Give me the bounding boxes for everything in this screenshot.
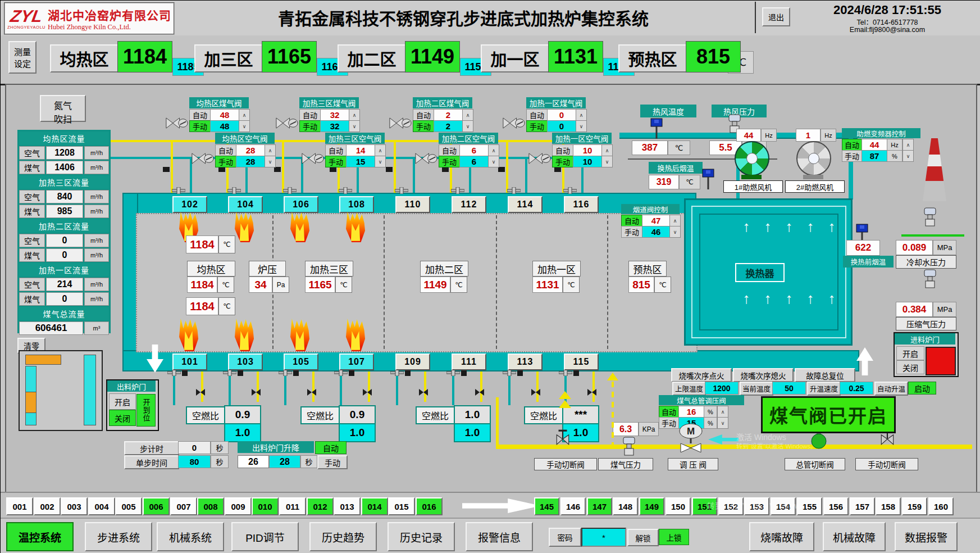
burner-chip[interactable]: 002 bbox=[34, 497, 61, 515]
spinner-down-icon[interactable]: ∨ bbox=[601, 156, 613, 167]
valve-manual-button[interactable]: 手动 bbox=[299, 120, 321, 132]
burner-box-bottom[interactable]: 101 bbox=[172, 353, 207, 370]
burner-box-top[interactable]: 110 bbox=[395, 196, 430, 213]
valve-manual-value[interactable]: 48 bbox=[210, 120, 239, 132]
valve-auto-button[interactable]: 自动 bbox=[189, 109, 211, 121]
valve-manual-value[interactable]: 15 bbox=[346, 156, 375, 167]
spinner-down-icon[interactable]: ∨ bbox=[717, 417, 728, 429]
burner-box-bottom[interactable]: 109 bbox=[395, 353, 430, 370]
air-fuel-ratio-sv[interactable]: 1.0 bbox=[224, 423, 261, 442]
password-input[interactable]: * bbox=[581, 528, 626, 547]
valve-manual-button[interactable]: 手动 bbox=[526, 120, 548, 132]
flue-auto-button[interactable]: 自动 bbox=[621, 215, 642, 226]
burner-chip[interactable]: 013 bbox=[334, 497, 361, 515]
extinguish-sequence-button[interactable]: 烧嘴次序熄火 bbox=[733, 368, 794, 382]
burner-chip[interactable]: 005 bbox=[115, 497, 142, 515]
valve-auto-button[interactable]: 自动 bbox=[526, 109, 548, 121]
tab-历史趋势[interactable]: 历史趋势 bbox=[309, 522, 377, 551]
burner-box-top[interactable]: 116 bbox=[564, 196, 599, 213]
step-row-value[interactable]: 80 bbox=[178, 455, 211, 468]
valve-auto-button[interactable]: 自动 bbox=[325, 144, 347, 156]
auto-heat-button[interactable]: 自动升温 bbox=[874, 382, 908, 396]
burner-chip[interactable]: 014 bbox=[361, 497, 388, 515]
burner-chip[interactable]: 016 bbox=[416, 497, 443, 515]
air-fuel-ratio-sv[interactable]: 1.0 bbox=[339, 423, 376, 442]
door-lift-time2[interactable]: 28 bbox=[269, 455, 300, 468]
start-button[interactable]: 启动 bbox=[908, 382, 936, 395]
spinner-up-icon[interactable]: ∧ bbox=[265, 144, 276, 156]
spinner-up-icon[interactable]: ∧ bbox=[669, 215, 681, 226]
tab-温控系统[interactable]: 温控系统 bbox=[6, 522, 74, 551]
spinner-down-icon[interactable]: ∨ bbox=[349, 120, 360, 132]
burner-chip[interactable]: 151 bbox=[692, 497, 717, 515]
alarm-button[interactable]: 数据报警 bbox=[895, 522, 958, 551]
burner-chip[interactable]: 148 bbox=[613, 497, 638, 515]
program-field-value[interactable]: 50 bbox=[772, 382, 806, 395]
burner-chip[interactable]: 160 bbox=[928, 497, 954, 515]
burner-chip[interactable]: 158 bbox=[876, 497, 901, 515]
spinner-down-icon[interactable]: ∨ bbox=[375, 156, 386, 167]
valve-auto-button[interactable]: 自动 bbox=[215, 144, 236, 156]
valve-auto-button[interactable]: 自动 bbox=[439, 144, 460, 156]
alarm-button[interactable]: 烧嘴故障 bbox=[749, 522, 814, 551]
inverter-auto-button[interactable]: 自动 bbox=[842, 139, 862, 151]
burner-chip[interactable]: 154 bbox=[771, 497, 796, 515]
burner-box-bottom[interactable]: 105 bbox=[284, 353, 318, 370]
burner-chip[interactable]: 007 bbox=[170, 497, 197, 515]
burner-chip[interactable]: 011 bbox=[279, 497, 306, 515]
program-field-value[interactable]: 0.25 bbox=[840, 382, 873, 395]
valve-manual-value[interactable]: 32 bbox=[320, 120, 349, 132]
burner-chip[interactable]: 159 bbox=[902, 497, 927, 515]
fault-reset-button[interactable]: 故障总复位 bbox=[795, 368, 855, 382]
burner-chip[interactable]: 157 bbox=[850, 497, 875, 515]
burner-box-bottom[interactable]: 113 bbox=[508, 353, 543, 370]
discharge-door-open-button[interactable]: 开启 bbox=[109, 393, 136, 410]
tab-历史记录[interactable]: 历史记录 bbox=[388, 522, 455, 551]
tab-步进系统[interactable]: 步进系统 bbox=[85, 522, 152, 551]
burner-chip[interactable]: 009 bbox=[225, 497, 252, 515]
program-field-value[interactable]: 1200 bbox=[705, 382, 739, 395]
valve-auto-button[interactable]: 自动 bbox=[299, 109, 321, 121]
spinner-down-icon[interactable]: ∨ bbox=[902, 150, 914, 162]
lock-button[interactable]: 上锁 bbox=[659, 529, 689, 545]
burner-chip[interactable]: 145 bbox=[534, 497, 559, 515]
inverter-manual-value[interactable]: 87 bbox=[862, 150, 887, 162]
valve-manual-button[interactable]: 手动 bbox=[215, 156, 236, 167]
nitrogen-purge-button[interactable]: 氮气吹扫 bbox=[40, 95, 86, 122]
regulator-auto-button[interactable]: 自动 bbox=[659, 406, 679, 418]
burner-chip[interactable]: 152 bbox=[718, 497, 744, 515]
burner-chip[interactable]: 012 bbox=[307, 497, 334, 515]
burner-box-bottom[interactable]: 115 bbox=[564, 353, 599, 370]
regulator-manual-button[interactable]: 手动 bbox=[659, 417, 679, 429]
valve-manual-value[interactable]: 6 bbox=[459, 156, 489, 167]
burner-box-top[interactable]: 102 bbox=[172, 196, 207, 213]
air-fuel-ratio-sv[interactable]: 1.0 bbox=[454, 423, 491, 442]
feed-door-close-button[interactable]: 关闭 bbox=[896, 360, 924, 374]
tab-PID调节[interactable]: PID调节 bbox=[231, 522, 299, 551]
burner-box-bottom[interactable]: 103 bbox=[228, 353, 263, 370]
spinner-up-icon[interactable]: ∧ bbox=[488, 144, 499, 156]
valve-manual-value[interactable]: 10 bbox=[573, 156, 602, 167]
burner-box-top[interactable]: 114 bbox=[508, 196, 543, 213]
burner-chip[interactable]: 147 bbox=[587, 497, 612, 515]
valve-manual-button[interactable]: 手动 bbox=[189, 120, 211, 132]
tab-机械系统[interactable]: 机械系统 bbox=[157, 522, 224, 551]
burner-chip[interactable]: 008 bbox=[197, 497, 224, 515]
valve-manual-button[interactable]: 手动 bbox=[413, 120, 434, 132]
spinner-up-icon[interactable]: ∧ bbox=[349, 109, 360, 121]
spinner-down-icon[interactable]: ∨ bbox=[488, 156, 499, 167]
burner-chip[interactable]: 001 bbox=[6, 497, 33, 515]
valve-manual-value[interactable]: 0 bbox=[547, 120, 576, 132]
burner-chip[interactable]: 003 bbox=[61, 497, 88, 515]
burner-box-bottom[interactable]: 107 bbox=[339, 353, 374, 370]
discharge-door-close-button[interactable]: 关闭 bbox=[109, 410, 136, 426]
burner-box-top[interactable]: 104 bbox=[228, 196, 263, 213]
valve-manual-value[interactable]: 2 bbox=[434, 120, 463, 132]
ignite-sequence-button[interactable]: 烧嘴次序点火 bbox=[671, 368, 732, 382]
spinner-down-icon[interactable]: ∨ bbox=[669, 226, 681, 238]
spinner-down-icon[interactable]: ∨ bbox=[239, 120, 250, 132]
burner-chip[interactable]: 146 bbox=[560, 497, 586, 515]
burner-chip[interactable]: 015 bbox=[388, 497, 415, 515]
valve-manual-button[interactable]: 手动 bbox=[325, 156, 347, 167]
spinner-down-icon[interactable]: ∨ bbox=[576, 120, 587, 132]
